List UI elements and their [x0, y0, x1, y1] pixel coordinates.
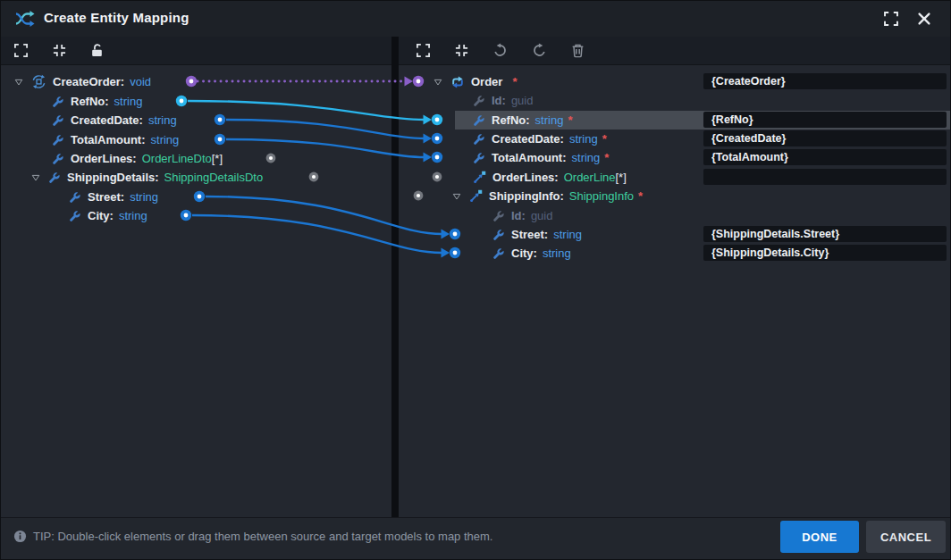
target-node-orderlines[interactable]: OrderLines: OrderLine [*]	[473, 168, 627, 187]
association-icon	[469, 189, 483, 203]
node-type: string	[553, 228, 582, 241]
dialog-title: Create Entity Mapping	[44, 10, 189, 25]
mapping-value-refno[interactable]	[703, 112, 947, 128]
required-star: *	[512, 75, 517, 88]
source-collapse-all-icon[interactable]	[52, 43, 67, 58]
chevron-down-icon[interactable]	[451, 191, 462, 202]
node-type: string	[151, 133, 180, 146]
node-type: string	[148, 113, 177, 127]
mapping-value-totalamount[interactable]	[703, 149, 947, 165]
target-node-street[interactable]: Street: string	[492, 225, 582, 244]
node-type: guid	[531, 209, 553, 222]
source-node-orderlines[interactable]: OrderLines: OrderLineDto [*]	[52, 149, 223, 168]
node-type: OrderLineDto	[142, 152, 212, 165]
source-node-street[interactable]: Street: string	[69, 188, 158, 206]
wrench-icon	[473, 114, 485, 127]
wrench-icon	[69, 210, 81, 222]
node-type: string	[569, 132, 598, 146]
cancel-button[interactable]: CANCEL	[866, 521, 946, 553]
create-entity-mapping-dialog: Create Entity Mapping CreateOrder: void …	[0, 0, 951, 560]
source-node-city[interactable]: City: string	[69, 206, 147, 225]
wrench-icon	[52, 134, 64, 146]
association-icon	[473, 171, 486, 184]
node-type: ShippingDetailsDto	[164, 171, 264, 184]
node-type-suffix: [*]	[212, 152, 223, 165]
target-expand-all-icon[interactable]	[416, 43, 431, 58]
wrench-icon	[69, 191, 81, 204]
redo-icon[interactable]	[532, 43, 547, 58]
mapping-value-createddate[interactable]	[703, 130, 947, 146]
node-type: string	[114, 95, 143, 108]
mapping-value-orderlines[interactable]	[703, 169, 947, 185]
done-button[interactable]: DONE	[780, 521, 859, 553]
node-name: City:	[88, 209, 114, 222]
target-node-order[interactable]: Order *	[433, 72, 517, 91]
wrench-icon	[48, 171, 61, 184]
node-name: RefNo:	[492, 113, 530, 127]
source-expand-all-icon[interactable]	[13, 43, 29, 58]
required-star: *	[604, 151, 609, 164]
source-node-shippingdetails[interactable]: ShippingDetails: ShippingDetailsDto	[30, 168, 263, 187]
target-node-createddate[interactable]: CreatedDate: string *	[473, 130, 607, 148]
wrench-icon	[473, 133, 485, 146]
node-type: string	[572, 151, 601, 164]
operation-icon	[31, 74, 46, 89]
node-name: Id:	[511, 209, 526, 222]
undo-icon[interactable]	[492, 43, 508, 58]
mapping-value-order[interactable]	[703, 73, 947, 89]
node-type: void	[130, 75, 151, 88]
node-type: string	[119, 209, 147, 222]
shuffle-icon	[14, 8, 36, 29]
node-name: City:	[511, 247, 537, 260]
close-icon[interactable]	[916, 11, 932, 27]
chevron-down-icon[interactable]	[30, 172, 41, 183]
node-name: ShippingDetails:	[67, 171, 159, 184]
trash-icon[interactable]	[570, 43, 585, 58]
target-node-city[interactable]: City: string	[492, 244, 571, 263]
node-name: TotalAmount:	[71, 133, 146, 146]
required-star: *	[602, 132, 607, 146]
node-name: Street:	[511, 228, 548, 241]
chevron-down-icon[interactable]	[433, 77, 443, 88]
node-type: guid	[511, 94, 534, 107]
required-star: *	[568, 113, 572, 127]
target-node-refno[interactable]: RefNo: string *	[473, 111, 572, 130]
wrench-icon	[52, 153, 64, 165]
target-node-shippinginfo-id[interactable]: Id: guid	[492, 206, 552, 225]
wrench-icon	[473, 152, 485, 164]
source-node-refno[interactable]: RefNo: string	[52, 92, 142, 111]
node-name: TotalAmount:	[492, 151, 567, 164]
node-name: CreatedDate:	[492, 132, 564, 146]
node-name: OrderLines:	[492, 171, 559, 184]
node-name: Id:	[492, 94, 506, 107]
source-node-createorder[interactable]: CreateOrder: void	[13, 72, 151, 91]
source-node-totalamount[interactable]: TotalAmount: string	[52, 130, 179, 149]
wrench-icon	[52, 114, 64, 127]
wrench-icon	[52, 96, 64, 108]
node-name: ShippingInfo:	[489, 189, 564, 203]
unlock-icon[interactable]	[89, 43, 105, 58]
node-type: OrderLine	[564, 171, 616, 184]
chevron-down-icon[interactable]	[13, 77, 24, 88]
title-bar: Create Entity Mapping	[1, 1, 951, 37]
node-name: OrderLines:	[71, 152, 137, 165]
source-node-createddate[interactable]: CreatedDate: string	[52, 111, 177, 130]
node-name: CreatedDate:	[71, 113, 143, 127]
node-type: string	[130, 190, 158, 204]
node-name: Order	[471, 75, 502, 88]
target-collapse-all-icon[interactable]	[454, 43, 469, 58]
tip-text: TIP: Double-click elements or drag them …	[33, 530, 492, 543]
fullscreen-icon[interactable]	[883, 11, 899, 27]
target-node-shippinginfo[interactable]: ShippingInfo: ShippingInfo *	[451, 187, 643, 205]
node-type: ShippingInfo	[569, 189, 634, 203]
target-node-totalamount[interactable]: TotalAmount: string *	[473, 148, 609, 167]
pane-divider[interactable]	[391, 37, 399, 517]
node-name: RefNo:	[71, 95, 109, 108]
target-node-id[interactable]: Id: guid	[473, 91, 533, 110]
node-type-suffix: [*]	[616, 171, 627, 184]
mapping-value-city[interactable]	[703, 245, 947, 261]
class-icon	[450, 75, 465, 89]
node-name: Street:	[88, 190, 124, 204]
node-name: CreateOrder:	[53, 75, 124, 88]
mapping-value-street[interactable]	[703, 226, 947, 242]
